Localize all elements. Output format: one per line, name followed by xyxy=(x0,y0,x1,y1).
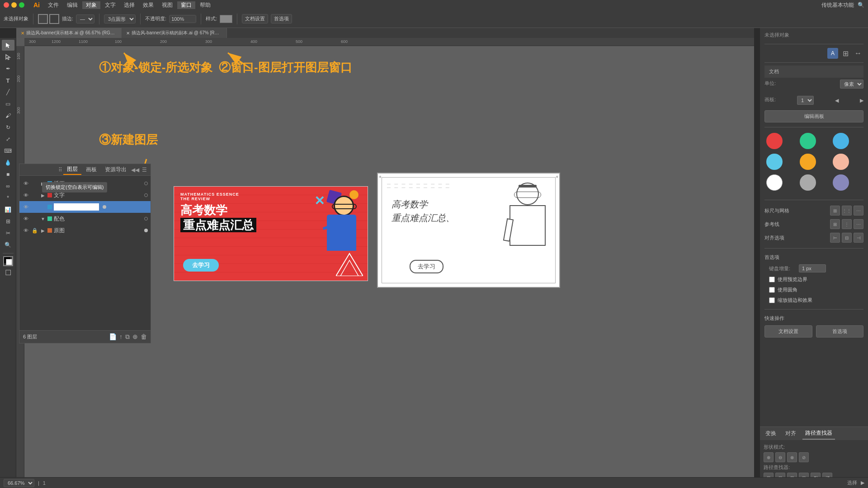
shape-exclude[interactable]: ⊘ xyxy=(799,452,809,462)
symbol-tool[interactable]: * xyxy=(2,192,14,203)
eyedropper-tool[interactable]: 💧 xyxy=(2,157,14,168)
panel-collapse[interactable]: ◀◀ xyxy=(131,167,139,173)
menu-item-effect[interactable]: 效果 xyxy=(139,1,157,9)
artboard-tab[interactable]: 画板 xyxy=(82,165,100,174)
zoom-select[interactable]: 66.67% xyxy=(4,479,34,487)
layer-lock-peise[interactable]: 🔒 xyxy=(31,215,38,222)
guide-icon-2[interactable]: ⋮ xyxy=(842,219,852,229)
layer-eye-peise[interactable]: 👁 xyxy=(22,215,29,222)
tab-1[interactable]: ✕ 插边风-banner演示精本.ai @ 66.67% (RGB/GPU 预览… xyxy=(16,28,122,38)
artboard-select[interactable]: 1 xyxy=(797,96,814,105)
move-layer-btn[interactable]: ↑ xyxy=(119,333,123,341)
shape-unite[interactable]: ⊕ xyxy=(764,452,774,462)
layer-expand-peise[interactable]: ▼ xyxy=(40,216,46,221)
guide-icon-3[interactable]: ⋯ xyxy=(854,219,863,229)
layer-row-editing[interactable]: 👁 🔒 切换锁定(空白表示可编辑) xyxy=(19,201,151,213)
style-swatch[interactable] xyxy=(220,15,232,23)
shape-minus[interactable]: ⊖ xyxy=(775,452,785,462)
brush-tool[interactable]: 🖌 xyxy=(2,110,14,121)
menu-item-view[interactable]: 视图 xyxy=(158,1,176,9)
select-tool[interactable] xyxy=(2,40,14,51)
swatch-peach[interactable] xyxy=(833,154,849,170)
stroke-select[interactable]: — xyxy=(76,14,94,23)
prop-icon-2[interactable]: ⊞ xyxy=(840,48,851,59)
rect-tool[interactable]: ▭ xyxy=(2,99,14,109)
delete-layer-btn[interactable]: 🗑 xyxy=(141,333,147,341)
tab-2-close[interactable]: ✕ xyxy=(126,31,130,36)
menu-item-object[interactable]: 对象 xyxy=(82,1,100,9)
swatch-blue[interactable] xyxy=(833,133,849,149)
guide-icon-1[interactable]: ⊞ xyxy=(830,219,840,229)
menu-item-edit[interactable]: 编辑 xyxy=(63,1,81,9)
rasterize-checkbox[interactable] xyxy=(769,297,775,303)
layer-eye-editing[interactable]: 👁 xyxy=(22,203,29,211)
drawing-mode[interactable]: ☐ xyxy=(2,267,14,278)
swatch-gray[interactable] xyxy=(800,174,816,191)
menu-item-type[interactable]: 文字 xyxy=(101,1,119,9)
artboard-tool[interactable]: ⊞ xyxy=(2,216,14,227)
fill-color-box[interactable] xyxy=(38,14,48,24)
snap-bounds-checkbox[interactable] xyxy=(769,277,775,282)
layer-lock-editing[interactable]: 🔒 xyxy=(31,203,38,211)
layer-expand-yuantu[interactable]: ▶ xyxy=(40,228,46,233)
layer-eye-wenzi[interactable]: 👁 xyxy=(22,192,29,199)
blend-tool[interactable]: ∞ xyxy=(2,181,14,192)
type-tool[interactable]: T xyxy=(2,75,14,86)
kb-increment-input[interactable]: 1 px xyxy=(799,264,826,272)
menu-item-select[interactable]: 选择 xyxy=(120,1,138,9)
close-button[interactable] xyxy=(4,2,9,8)
menu-item-window[interactable]: 窗口 xyxy=(177,1,195,9)
menu-item-help[interactable]: 帮助 xyxy=(196,1,214,9)
grid-icon-2[interactable]: ⋮⋮ xyxy=(842,206,852,216)
layer-expand-wenzi[interactable]: ▶ xyxy=(40,193,46,198)
zoom-tool[interactable]: 🔍 xyxy=(2,239,14,250)
bar-graph-tool[interactable]: 📊 xyxy=(2,204,14,215)
tab-1-close[interactable]: ✕ xyxy=(21,31,24,36)
tab-2[interactable]: ✕ 插边风-banner演示稿的副本.ai @ 67% [RGB/GPU 预览] xyxy=(122,28,227,38)
menu-item-file[interactable]: 文件 xyxy=(44,1,62,9)
doc-settings-button[interactable]: 文档设置 xyxy=(242,14,268,23)
pathfinder-tab[interactable]: 路径查找器 xyxy=(802,427,835,440)
minimize-button[interactable] xyxy=(11,2,17,8)
align-right-icon[interactable]: ⊣ xyxy=(854,233,863,243)
swatch-white[interactable] xyxy=(766,174,783,191)
grid-icon-1[interactable]: ⊞ xyxy=(830,206,840,216)
corners-select[interactable]: 3点圆形 xyxy=(104,14,136,23)
layer-eye-chuhua[interactable]: 👁 xyxy=(22,180,29,187)
layer-lock-yuantu[interactable]: 🔒 xyxy=(31,227,38,234)
rotate-tool[interactable]: ↻ xyxy=(2,122,14,133)
search-icon[interactable]: 🔍 xyxy=(858,2,864,8)
line-tool[interactable]: ╱ xyxy=(2,87,14,98)
transform-tab[interactable]: 变换 xyxy=(763,428,779,439)
gradient-tool[interactable]: ■ xyxy=(2,169,14,180)
slice-tool[interactable]: ✂ xyxy=(2,228,14,239)
scale-tool[interactable]: ⤢ xyxy=(2,134,14,145)
align-left-icon[interactable]: ⊢ xyxy=(830,233,840,243)
layer-name-input[interactable] xyxy=(54,203,99,211)
fill-tool[interactable] xyxy=(3,256,13,266)
merge-layer-btn[interactable]: ⊕ xyxy=(132,333,138,341)
swatch-red[interactable] xyxy=(766,133,783,149)
layer-eye-yuantu[interactable]: 👁 xyxy=(22,227,29,234)
layer-row-yuantu[interactable]: 👁 🔒 ▶ 原图 xyxy=(19,225,151,236)
swatch-teal[interactable] xyxy=(800,133,816,149)
preferences-button[interactable]: 首选项 xyxy=(271,14,292,23)
asset-export-tab[interactable]: 资源导出 xyxy=(101,165,130,174)
grid-icon-3[interactable]: ⋯ xyxy=(854,206,863,216)
quick-prefs-btn[interactable]: 首选项 xyxy=(816,325,864,338)
fullscreen-button[interactable] xyxy=(19,2,24,8)
layer-row-peise[interactable]: 👁 🔒 ▼ 配色 xyxy=(19,213,151,225)
layer-lock-chuhua[interactable]: 🔒 xyxy=(31,180,38,187)
new-layer-btn[interactable]: 📄 xyxy=(109,333,117,341)
swatch-purplegray[interactable] xyxy=(833,174,849,191)
doc-setup-icon[interactable]: A xyxy=(827,48,838,59)
artboard-nav-next[interactable]: ▶ xyxy=(860,98,863,103)
quick-doc-settings-btn[interactable]: 文档设置 xyxy=(764,325,812,338)
stroke-color-box[interactable] xyxy=(49,14,59,24)
shape-intersect[interactable]: ⊗ xyxy=(787,452,797,462)
align-center-icon[interactable]: ⊟ xyxy=(842,233,852,243)
opacity-input[interactable] xyxy=(169,15,196,23)
duplicate-layer-btn[interactable]: ⧉ xyxy=(125,333,130,341)
direct-select-tool[interactable] xyxy=(2,52,14,62)
pen-tool[interactable]: ✒ xyxy=(2,63,14,74)
